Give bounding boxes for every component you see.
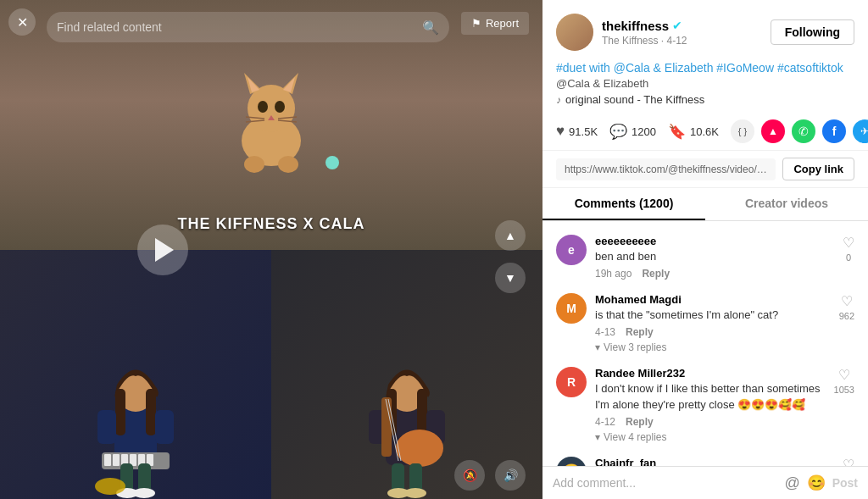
svg-rect-22 (104, 454, 111, 466)
facebook-share-button[interactable]: f (822, 119, 846, 143)
embed-share-button[interactable]: { } (731, 119, 754, 143)
emoji-icon[interactable]: 😊 (807, 474, 826, 492)
svg-point-13 (244, 156, 264, 173)
svg-rect-19 (97, 410, 116, 444)
video-content: THE KIFFNESS X CALA (0, 0, 542, 499)
comment-text: ben and ben (595, 249, 834, 264)
tab-creator-videos[interactable]: Creator videos (705, 188, 868, 220)
volume-button[interactable]: 🔊 (495, 460, 526, 491)
nav-up-button[interactable]: ▲ (495, 220, 526, 251)
svg-point-14 (278, 156, 298, 173)
bookmarks-count: 10.6K (690, 125, 719, 138)
reply-button[interactable]: Reply (626, 326, 654, 338)
close-button[interactable]: ✕ (8, 8, 36, 36)
musician-right-figure (356, 330, 458, 499)
comment-time: 4-13 (595, 326, 615, 338)
search-bar[interactable]: 🔍 (47, 12, 449, 42)
comment-meta: 4-13 Reply (595, 326, 831, 338)
comment-icon: 💬 (609, 123, 627, 141)
volume-icon: 🔊 (504, 469, 518, 482)
comment-item: e eeeeeeeeee ben and ben 19h ago Reply ♡… (542, 228, 868, 286)
comment-like-count: 0 (846, 252, 851, 263)
username: thekiffness (602, 19, 669, 33)
at-icon[interactable]: @ (784, 474, 799, 492)
comment-item: 😎 Chainfr_fan why does this make me wann… (542, 450, 868, 466)
mention: @Cala & Elizabeth (556, 77, 854, 90)
hashtags[interactable]: #duet with @Cala & Elizabeth #IGoMeow #c… (556, 61, 854, 75)
bottom-controls: 🔕 🔊 (454, 460, 526, 491)
comment-avatar: M (556, 293, 587, 324)
svg-point-39 (396, 430, 443, 467)
sound-row: ♪ original sound - The Kiffness (556, 93, 854, 106)
tab-comments[interactable]: Comments (1200) (542, 188, 705, 220)
comment-heart-icon[interactable]: ♡ (841, 293, 853, 309)
tiktok-share-button[interactable]: ▲ (761, 119, 785, 143)
comment-like-count: 962 (839, 311, 854, 321)
twitter-share-button[interactable]: ✈ (853, 119, 868, 143)
svg-point-31 (133, 488, 155, 498)
comment-username: Chainfr_fan (595, 457, 834, 466)
svg-point-7 (275, 101, 285, 113)
comment-username: Randee Miller232 (595, 367, 826, 380)
comment-like-area: ♡ 962 (839, 293, 854, 321)
bookmarks-action[interactable]: 🔖 10.6K (668, 123, 719, 141)
comment-body: Mohamed Magdi is that the "sometimes I'm… (595, 293, 831, 353)
comments-count: 1200 (632, 125, 656, 138)
music-note-icon: ♪ (556, 94, 561, 106)
comment-heart-icon[interactable]: ♡ (843, 235, 854, 251)
chevron-down-icon: ▾ (595, 431, 600, 443)
video-panel: ✕ 🔍 ⚑ Report (0, 0, 542, 499)
follow-button[interactable]: Following (771, 19, 854, 45)
comment-heart-icon[interactable]: ♡ (843, 457, 854, 466)
sound-name: original sound - The Kiffness (565, 93, 704, 106)
chevron-down-icon: ▾ (595, 341, 600, 353)
avatar (556, 14, 593, 51)
play-icon (155, 238, 174, 262)
twitter-icon: ✈ (860, 125, 868, 137)
musician-left-figure (85, 330, 186, 499)
report-button[interactable]: ⚑ Report (461, 12, 529, 35)
comment-like-count: 1053 (834, 385, 854, 395)
comment-heart-icon[interactable]: ♡ (838, 367, 850, 383)
play-button[interactable] (137, 225, 188, 275)
svg-rect-20 (155, 410, 174, 444)
svg-rect-17 (115, 389, 125, 435)
comment-text: is that the "sometimes I'm alone" cat? (595, 308, 831, 323)
add-comment-input[interactable] (553, 476, 777, 490)
comment-username: Mohamed Magdi (595, 293, 831, 306)
comments-action[interactable]: 💬 1200 (609, 123, 656, 141)
comment-body: eeeeeeeeee ben and ben 19h ago Reply (595, 235, 834, 280)
whatsapp-icon: ✆ (798, 125, 809, 138)
search-input[interactable] (57, 20, 422, 34)
whatsapp-share-button[interactable]: ✆ (792, 119, 815, 143)
mute-button[interactable]: 🔕 (454, 460, 485, 491)
add-comment-row: @ 😊 Post (542, 466, 868, 499)
right-panel: thekiffness ✔ The Kiffness · 4-12 Follow… (542, 0, 868, 499)
reply-button[interactable]: Reply (642, 268, 670, 280)
facebook-icon: f (832, 125, 837, 138)
share-icons: { } ▲ ✆ f ✈ → (731, 119, 868, 143)
comment-avatar: 😎 (556, 457, 587, 466)
nav-down-button[interactable]: ▼ (495, 263, 526, 293)
avatar-image (556, 14, 593, 51)
comment-item: R Randee Miller232 I don't know if I lik… (542, 360, 868, 449)
comment-time: 4-12 (595, 416, 615, 428)
view-replies-button[interactable]: ▾ View 3 replies (595, 341, 831, 353)
view-replies-button[interactable]: ▾ View 4 replies (595, 431, 826, 443)
comment-like-area: ♡ 0 (843, 235, 854, 263)
link-row: https://www.tiktok.com/@thekiffness/vide… (542, 151, 868, 188)
username-row: thekiffness ✔ (602, 19, 762, 33)
flag-icon: ⚑ (471, 17, 481, 30)
comment-body: Chainfr_fan why does this make me wanna … (595, 457, 834, 466)
comment-meta: 19h ago Reply (595, 268, 834, 280)
comment-text: I don't know if I like this better than … (595, 381, 826, 412)
likes-action[interactable]: ♥ 91.5K (556, 123, 598, 140)
profile-header: thekiffness ✔ The Kiffness · 4-12 Follow… (542, 0, 868, 61)
tabs-row: Comments (1200) Creator videos (542, 188, 868, 221)
comment-like-area: ♡ 1053 (834, 367, 854, 395)
svg-point-46 (404, 488, 426, 498)
copy-link-button[interactable]: Copy link (782, 158, 854, 180)
comment-like-area: ♡ (843, 457, 854, 466)
reply-button[interactable]: Reply (626, 416, 654, 428)
post-button[interactable]: Post (832, 476, 858, 490)
